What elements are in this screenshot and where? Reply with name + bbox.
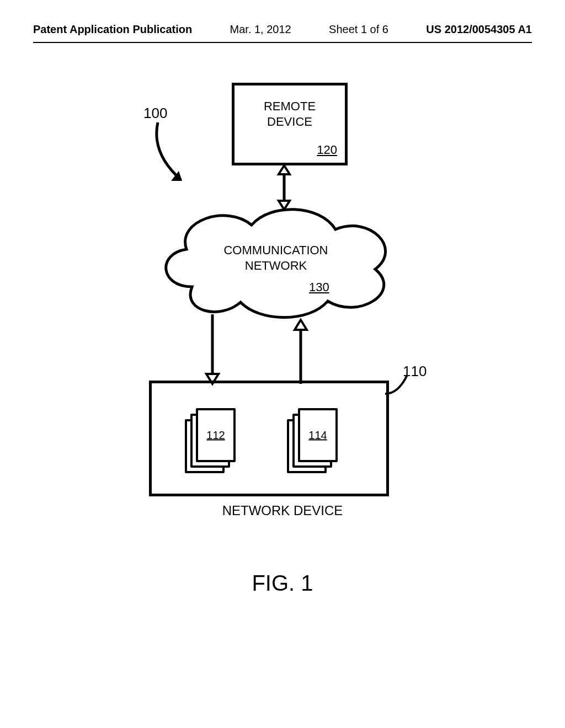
stack-112: 112 bbox=[185, 408, 238, 474]
stack-112-ref: 112 bbox=[198, 429, 233, 442]
card-icon: 112 bbox=[196, 408, 236, 462]
header-date: Mar. 1, 2012 bbox=[230, 23, 291, 36]
network-device-caption: NETWORK DEVICE bbox=[0, 503, 565, 518]
connector-netdev-to-cloud-icon bbox=[292, 320, 309, 384]
header-rule bbox=[33, 42, 532, 43]
cloud-title-line2: NETWORK bbox=[245, 259, 307, 272]
network-device-ref-leader-icon bbox=[382, 372, 415, 399]
svg-marker-2 bbox=[279, 165, 290, 174]
cloud-ref: 130 bbox=[309, 280, 329, 295]
system-ref-leader-arrow-icon bbox=[148, 120, 209, 186]
figure-caption: FIG. 1 bbox=[0, 571, 565, 596]
header-publication: Patent Application Publication bbox=[33, 23, 192, 36]
figure-1-diagram: 100 REMOTE DEVICE 120 COMMUNICATION bbox=[0, 66, 565, 563]
remote-device-title: REMOTE DEVICE bbox=[234, 99, 345, 129]
card-icon: 114 bbox=[298, 408, 338, 462]
system-ref-label: 100 bbox=[143, 105, 167, 122]
remote-device-title-line1: REMOTE bbox=[264, 99, 316, 113]
header-docnum: US 2012/0054305 A1 bbox=[426, 23, 532, 36]
remote-device-box: REMOTE DEVICE 120 bbox=[232, 83, 348, 165]
communication-network-cloud: COMMUNICATION NETWORK 130 bbox=[143, 193, 408, 325]
stack-114: 114 bbox=[287, 408, 340, 474]
svg-marker-7 bbox=[295, 320, 307, 330]
stack-114-ref: 114 bbox=[300, 429, 335, 442]
header-sheet: Sheet 1 of 6 bbox=[329, 23, 388, 36]
cloud-title: COMMUNICATION NETWORK bbox=[143, 243, 408, 273]
remote-device-ref: 120 bbox=[317, 143, 337, 157]
cloud-title-line1: COMMUNICATION bbox=[223, 243, 328, 257]
connector-cloud-to-netdev-icon bbox=[204, 314, 221, 384]
remote-device-title-line2: DEVICE bbox=[267, 115, 312, 129]
page-header: Patent Application Publication Mar. 1, 2… bbox=[0, 23, 565, 36]
